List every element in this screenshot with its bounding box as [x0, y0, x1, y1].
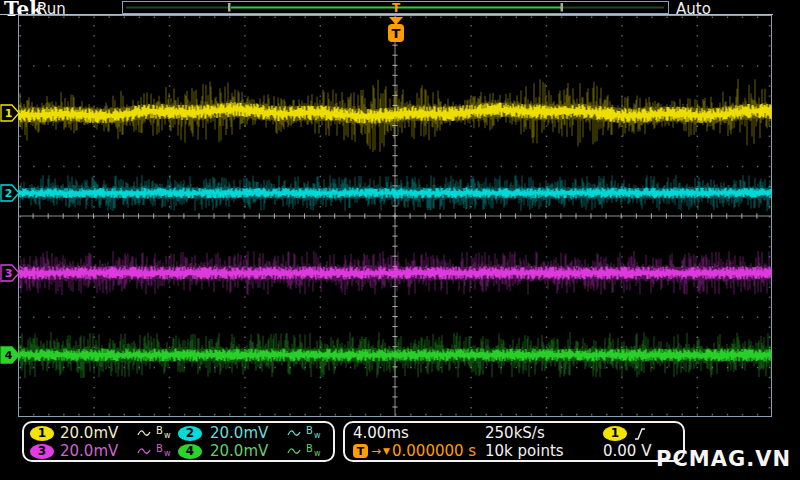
- record-length-readout: 10k points: [485, 442, 603, 460]
- watermark: PCMAG.VN: [656, 447, 791, 471]
- record-window-right-bracket[interactable]: [561, 3, 564, 12]
- channel-readout-box: 1 20.0mV B w 2 20.0mV B w 3 20.0mV B w: [22, 421, 335, 462]
- trigger-source-badge[interactable]: 1: [603, 426, 627, 441]
- record-trigger-marker[interactable]: T: [392, 1, 401, 15]
- svg-text:w: w: [314, 449, 321, 458]
- sample-rate-readout: 250kS/s: [485, 424, 603, 442]
- rising-edge-icon: [633, 426, 647, 441]
- channel-3-badge[interactable]: 3: [30, 444, 54, 459]
- channel-2-badge[interactable]: 2: [178, 426, 202, 441]
- svg-text:B: B: [156, 425, 163, 436]
- arrow-down-icon: ▼: [383, 447, 390, 456]
- ac-coupling-icon: [138, 449, 150, 453]
- channel-4-badge[interactable]: 4: [178, 444, 202, 459]
- record-window-left-bracket[interactable]: [228, 3, 231, 12]
- channel-1-badge[interactable]: 1: [30, 426, 54, 441]
- channel-3-coupling-bandwidth-icon: B w: [136, 443, 176, 459]
- arrow-right-icon: →: [371, 445, 381, 457]
- svg-text:B: B: [306, 425, 313, 436]
- svg-text:w: w: [164, 449, 171, 458]
- trigger-t-icon: T: [353, 444, 368, 458]
- record-view-bar[interactable]: T: [123, 1, 669, 15]
- svg-text:2: 2: [5, 187, 13, 200]
- channel-2-scale: 20.0mV: [210, 424, 286, 442]
- svg-text:T: T: [392, 26, 401, 41]
- svg-text:w: w: [164, 431, 171, 440]
- horizontal-trigger-readout-box: 4.00ms 250kS/s 1 T → ▼ 0.000000 s 10k po…: [343, 421, 685, 462]
- channel-4-position-marker[interactable]: 4: [1, 347, 19, 363]
- svg-text:4: 4: [5, 349, 13, 362]
- trigger-position-readout[interactable]: T → ▼ 0.000000 s: [353, 442, 485, 460]
- svg-text:B: B: [306, 443, 313, 454]
- channel-3-position-marker[interactable]: 3: [1, 265, 19, 281]
- svg-text:1: 1: [5, 107, 13, 120]
- svg-text:B: B: [156, 443, 163, 454]
- horizontal-scale-readout[interactable]: 4.00ms: [353, 424, 485, 442]
- ac-coupling-icon: [288, 449, 300, 453]
- channel-4-scale: 20.0mV: [210, 442, 286, 460]
- svg-text:3: 3: [5, 267, 13, 280]
- channel-3-scale: 20.0mV: [60, 442, 136, 460]
- graticule-display: 1234 T T: [0, 0, 800, 480]
- channel-4-coupling-bandwidth-icon: B w: [286, 443, 326, 459]
- trigger-flag-arrow-icon: [389, 17, 403, 25]
- ac-coupling-icon: [288, 431, 300, 435]
- channel-1-scale: 20.0mV: [60, 424, 136, 442]
- svg-text:w: w: [314, 431, 321, 440]
- trigger-position-flag[interactable]: T: [388, 17, 404, 42]
- channel-2-position-marker[interactable]: 2: [1, 185, 19, 201]
- ac-coupling-icon: [138, 431, 150, 435]
- channel-1-coupling-bandwidth-icon: B w: [136, 425, 176, 441]
- channel-1-position-marker[interactable]: 1: [1, 105, 19, 121]
- trigger-source-readout[interactable]: 1: [603, 426, 675, 441]
- channel-2-coupling-bandwidth-icon: B w: [286, 425, 326, 441]
